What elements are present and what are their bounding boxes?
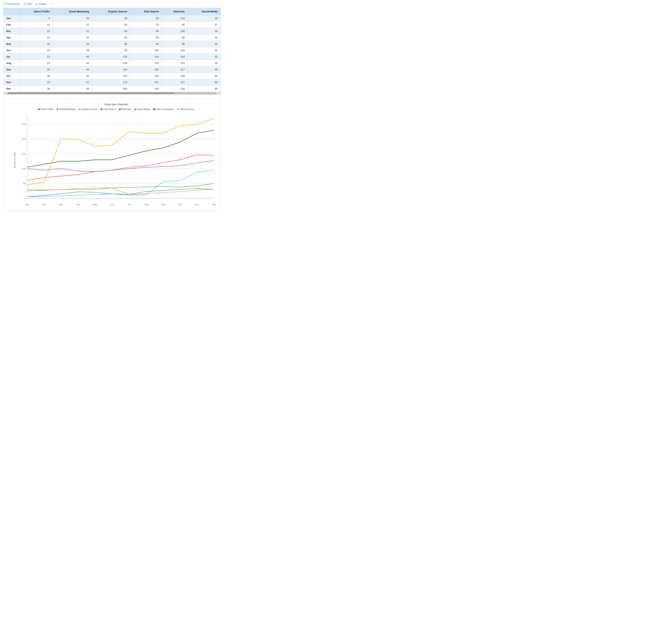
cell-referrals: 95: [162, 22, 188, 28]
cell-email: 32: [53, 28, 92, 34]
cell-paid: 85: [130, 34, 162, 41]
cell-organic: 85: [92, 41, 130, 47]
fullscreen-button[interactable]: Full screen: [3, 2, 20, 5]
cell-referrals: 103: [162, 47, 188, 54]
toolbar: Full screen Edit Export: [3, 2, 221, 5]
table-row: Jun 15 38 95 100 103 45: [3, 47, 221, 54]
cell-direct: 30: [20, 86, 53, 92]
table-row: Jan 5 30 45 60 110 20: [3, 15, 221, 22]
cell-email: 40: [53, 54, 92, 60]
legend-label: Social Media: [137, 108, 150, 111]
cell-social: 90: [188, 79, 220, 86]
cell-organic: 120: [92, 54, 130, 60]
edit-button[interactable]: Edit: [23, 2, 31, 5]
legend-label: Organic Search: [81, 108, 97, 111]
cell-paid: 140: [130, 73, 162, 79]
svg-text:Feb: Feb: [42, 203, 46, 206]
legend-item: Organic Search: [79, 108, 97, 111]
cell-direct: 13: [20, 54, 53, 60]
cell-referrals: 110: [162, 54, 188, 60]
cell-email: 42: [53, 73, 92, 79]
export-button[interactable]: Export: [35, 2, 47, 5]
cell-referrals: 127: [162, 79, 188, 86]
table-header-row: Direct Traffic Email Marketing Organic S…: [3, 8, 221, 15]
cell-paid: 120: [130, 60, 162, 66]
legend-item: Offline Source: [177, 108, 194, 111]
col-header-organic: Organic Search: [92, 8, 130, 15]
cell-email: 28: [53, 41, 92, 47]
cell-month: Oct: [3, 73, 20, 79]
table-row: Oct 30 42 155 140 120 60: [3, 73, 221, 79]
cell-referrals: 95: [162, 41, 188, 47]
svg-text:Mar: Mar: [59, 203, 63, 206]
svg-text:Dec: Dec: [212, 203, 216, 206]
data-table-wrapper: Direct Traffic Email Marketing Organic S…: [3, 8, 221, 95]
legend-dot: [177, 108, 179, 110]
cell-referrals: 115: [162, 60, 188, 66]
cell-referrals: 117: [162, 66, 188, 73]
cell-direct: 15: [20, 47, 53, 54]
legend-label: Email Marketing: [59, 108, 76, 111]
horizontal-scrollbar[interactable]: [3, 92, 221, 95]
cell-email: 38: [53, 47, 92, 54]
cell-direct: 15: [20, 28, 53, 34]
table-row: Aug 23 43 130 120 115 55: [3, 60, 221, 66]
cell-social: 60: [188, 73, 220, 79]
cell-organic: 65: [92, 28, 130, 34]
cell-email: 30: [53, 15, 92, 22]
edit-icon: [23, 3, 26, 5]
legend-item: Social Media: [134, 108, 150, 111]
cell-email: 50: [53, 86, 92, 92]
cell-social: 20: [188, 15, 220, 22]
legend-dot: [134, 108, 136, 110]
cell-direct: 30: [20, 73, 53, 79]
legend-dot: [56, 108, 58, 110]
cell-referrals: 100: [162, 28, 188, 34]
cell-paid: 110: [130, 54, 162, 60]
svg-text:Jun: Jun: [110, 203, 114, 206]
cell-month: Aug: [3, 60, 20, 66]
cell-organic: 130: [92, 60, 130, 66]
col-header-social: Social Media: [188, 8, 220, 15]
cell-organic: 155: [92, 73, 130, 79]
cell-referrals: 90: [162, 34, 188, 41]
cell-direct: 10: [20, 22, 53, 28]
export-label: Export: [39, 2, 47, 5]
cell-email: 47: [53, 79, 92, 86]
col-header-paid: Paid Search: [130, 8, 162, 15]
cell-direct: 5: [20, 15, 53, 22]
svg-text:0: 0: [24, 197, 26, 200]
cell-organic: 140: [92, 66, 130, 73]
legend-dot: [79, 108, 80, 110]
col-header-direct: Direct Traffic: [20, 8, 53, 15]
cell-direct: 26: [20, 66, 53, 73]
cell-social: 38: [188, 28, 220, 34]
cell-direct: 20: [20, 41, 53, 47]
filter-button[interactable]: [50, 3, 53, 5]
legend-label: Offline Source: [179, 108, 194, 111]
legend-item: Paid Search: [101, 108, 116, 111]
svg-text:50: 50: [23, 182, 26, 185]
cell-referrals: 130: [162, 86, 188, 92]
data-table: Direct Traffic Email Marketing Organic S…: [3, 8, 221, 92]
cell-paid: 135: [130, 66, 162, 73]
cell-organic: 200: [92, 86, 130, 92]
legend-label: Direct Traffic: [41, 108, 53, 111]
svg-text:Sep: Sep: [161, 203, 165, 206]
legend-label: Other Campaigns: [156, 108, 174, 111]
cell-month: Feb: [3, 22, 20, 28]
cell-month: Jun: [3, 47, 20, 54]
legend-label: Referrals: [122, 108, 131, 111]
svg-text:Jan: Jan: [25, 203, 29, 206]
cell-paid: 80: [130, 28, 162, 34]
cell-month: Sep: [3, 66, 20, 73]
cell-organic: 45: [92, 15, 130, 22]
legend-label: Paid Search: [103, 108, 116, 111]
cell-social: 45: [188, 47, 220, 54]
cell-organic: 65: [92, 34, 130, 41]
svg-text:Oct: Oct: [178, 203, 182, 206]
cell-email: 27: [53, 22, 92, 28]
cell-social: 27: [188, 22, 220, 28]
cell-direct: 23: [20, 60, 53, 66]
svg-text:Jul: Jul: [127, 203, 131, 206]
